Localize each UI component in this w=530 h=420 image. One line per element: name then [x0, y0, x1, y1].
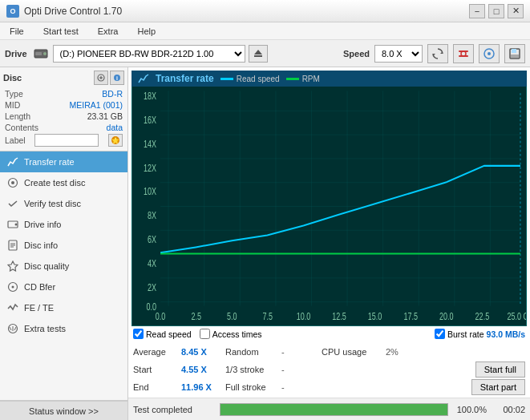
svg-point-25 — [15, 224, 18, 226]
nav-drive-info-label: Drive info — [24, 220, 61, 229]
left-panel: Disc i Type BD-R MID MEIRA1 (001) — [0, 67, 128, 420]
legend-rpm: RPM — [286, 75, 320, 83]
disc-contents-value: data — [107, 123, 123, 132]
chart-icon — [138, 73, 149, 84]
drive-selector[interactable]: (D:) PIONEER BD-RW BDR-212D 1.00 — [53, 45, 245, 63]
settings-button[interactable] — [453, 44, 474, 63]
avg-value: 8.45 X — [181, 347, 225, 357]
nav-verify-test-disc-label: Verify test disc — [24, 199, 81, 208]
cb-read-speed-label: Read speed — [146, 329, 192, 339]
disc-action-btn1[interactable] — [94, 71, 108, 85]
menu-help[interactable]: Help — [131, 25, 162, 38]
eject-button[interactable] — [249, 45, 268, 63]
svg-point-11 — [488, 52, 491, 55]
svg-point-32 — [12, 286, 14, 289]
end-label: End — [133, 382, 181, 392]
verify-test-disc-icon — [6, 197, 19, 210]
svg-text:4X: 4X — [148, 257, 156, 269]
chart-title: Transfer rate — [156, 73, 214, 84]
start-label: Start — [133, 365, 181, 374]
cb-access-times-input[interactable] — [200, 329, 210, 339]
menu-bar: File Start test Extra Help — [0, 22, 530, 40]
cd-bfer-icon — [6, 281, 19, 293]
start-part-button[interactable]: Start part — [471, 379, 525, 395]
svg-text:15.0: 15.0 — [368, 311, 382, 322]
disc-quality-icon — [6, 260, 19, 273]
disc-length-value: 23.31 GB — [87, 111, 123, 121]
svg-rect-4 — [254, 55, 262, 57]
right-panel: Transfer rate Read speed RPM — [128, 67, 530, 420]
disc-mid-row: MID MEIRA1 (001) — [3, 99, 124, 111]
third-stroke-value: - — [281, 365, 322, 374]
close-button[interactable]: ✕ — [508, 4, 524, 18]
avg-label: Average — [133, 347, 181, 357]
drive-icon — [32, 45, 50, 63]
nav-cd-bfer[interactable]: CD Bfer — [0, 277, 127, 297]
maximize-button[interactable]: □ — [488, 4, 504, 18]
window-controls: − □ ✕ — [469, 4, 524, 18]
svg-text:6X: 6X — [148, 234, 156, 245]
legend-read-speed: Read speed — [220, 75, 280, 83]
nav-disc-info[interactable]: Disc info — [0, 235, 127, 256]
svg-text:i: i — [116, 75, 118, 81]
svg-text:7.5: 7.5 — [263, 311, 273, 322]
svg-point-23 — [11, 181, 14, 184]
cb-burst-rate: Burst rate 93.0 MB/s — [435, 329, 525, 339]
burst-rate-value: 93.0 MB/s — [487, 329, 525, 339]
nav-disc-quality[interactable]: Disc quality — [0, 256, 127, 277]
random-label: Random — [225, 347, 281, 357]
cpu-label: CPU usage — [322, 347, 386, 357]
random-value: - — [281, 347, 322, 357]
svg-text:⭐: ⭐ — [111, 136, 119, 144]
nav-create-test-disc[interactable]: Create test disc — [0, 172, 127, 193]
refresh-button[interactable] — [427, 44, 448, 63]
end-value: 11.96 X — [181, 382, 225, 392]
minimize-button[interactable]: − — [469, 4, 485, 18]
disc-contents-row: Contents data — [3, 122, 124, 133]
start-full-button[interactable]: Start full — [475, 361, 525, 378]
stats-row-start: Start 4.55 X 1/3 stroke - Start full — [133, 361, 525, 378]
cb-burst-rate-input[interactable] — [435, 329, 445, 339]
svg-text:12.5: 12.5 — [332, 311, 346, 322]
svg-text:10.0: 10.0 — [297, 311, 311, 322]
cb-burst-rate-label: Burst rate — [447, 329, 484, 339]
menu-file[interactable]: File — [3, 25, 30, 38]
disc-label-row: Label ⭐ — [3, 133, 124, 147]
status-text: Test completed — [133, 405, 213, 414]
status-window-button[interactable]: Status window >> — [0, 401, 127, 420]
svg-text:18X: 18X — [144, 91, 156, 102]
main-content: Disc i Type BD-R MID MEIRA1 (001) — [0, 67, 530, 420]
nav-verify-test-disc[interactable]: Verify test disc — [0, 193, 127, 214]
disc-action-btn2[interactable]: i — [110, 71, 124, 85]
progress-bar-inner — [220, 404, 447, 415]
chart-header: Transfer rate Read speed RPM — [131, 71, 527, 87]
disc-length-label: Length — [5, 111, 30, 121]
disc-button[interactable] — [479, 44, 500, 63]
speed-label: Speed — [343, 49, 370, 59]
menu-extra[interactable]: Extra — [91, 25, 125, 38]
chart-svg: 18X 16X 14X 12X 10X 8X 6X 4X 2X 0.0 0.0 … — [132, 87, 526, 325]
nav-transfer-rate[interactable]: Transfer rate — [0, 151, 127, 172]
svg-text:8X: 8X — [148, 210, 156, 221]
disc-label-input[interactable] — [34, 134, 99, 147]
disc-label-text: Label — [5, 135, 26, 145]
full-stroke-label: Full stroke — [225, 382, 281, 392]
chart-area: 18X 16X 14X 12X 10X 8X 6X 4X 2X 0.0 0.0 … — [131, 87, 527, 326]
speed-selector[interactable]: 8.0 X — [374, 45, 423, 63]
disc-label-btn[interactable]: ⭐ — [108, 134, 123, 147]
nav-extra-tests[interactable]: Extra tests — [0, 318, 127, 339]
disc-length-row: Length 23.31 GB — [3, 111, 124, 122]
toolbar: Drive (D:) PIONEER BD-RW BDR-212D 1.00 S… — [0, 40, 530, 67]
nav-fe-te[interactable]: FE / TE — [0, 297, 127, 318]
svg-rect-8 — [459, 50, 468, 52]
disc-mid-value: MEIRA1 (001) — [69, 100, 123, 110]
cb-read-speed-input[interactable] — [133, 329, 144, 339]
checkboxes-row: Read speed Access times Burst rate 93.0 … — [128, 326, 530, 341]
cb-read-speed: Read speed — [133, 329, 192, 339]
svg-text:12X: 12X — [144, 162, 156, 173]
disc-mid-label: MID — [5, 100, 20, 110]
save-button[interactable] — [504, 44, 525, 63]
svg-text:25.0 GB: 25.0 GB — [507, 311, 526, 322]
nav-drive-info[interactable]: Drive info — [0, 214, 127, 235]
menu-start-test[interactable]: Start test — [37, 25, 85, 38]
